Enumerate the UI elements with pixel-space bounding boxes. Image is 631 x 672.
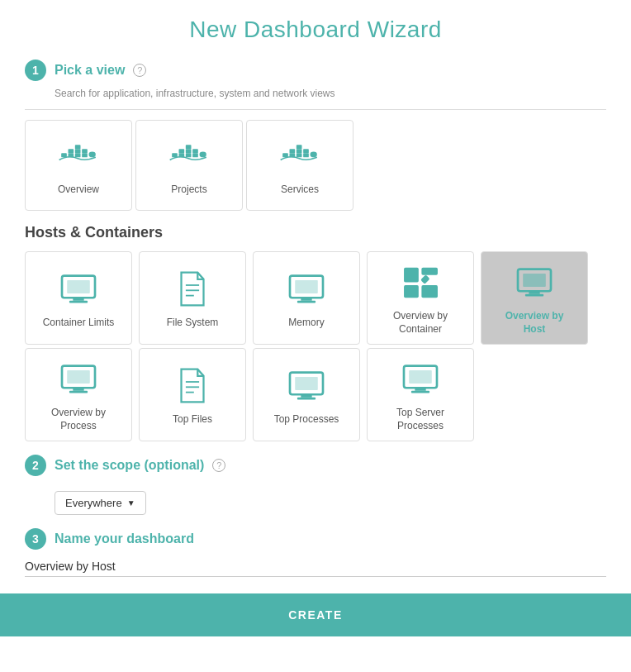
svg-rect-46 bbox=[525, 294, 543, 297]
svg-rect-30 bbox=[69, 301, 88, 303]
svg-rect-1 bbox=[69, 149, 74, 153]
svg-rect-10 bbox=[179, 149, 185, 153]
step2-help-icon[interactable]: ? bbox=[212, 459, 225, 472]
search-hint: Search for application, infrastructure, … bbox=[55, 88, 606, 99]
overview-host-icon bbox=[510, 262, 559, 303]
svg-rect-57 bbox=[297, 398, 316, 400]
svg-rect-44 bbox=[523, 274, 546, 287]
overview-process-label: Overview byProcess bbox=[51, 407, 106, 432]
svg-rect-23 bbox=[297, 153, 302, 157]
top-server-processes-card[interactable]: Top ServerProcesses bbox=[367, 348, 474, 441]
overview-container-label: Overview byContainer bbox=[393, 310, 448, 336]
svg-rect-21 bbox=[297, 145, 302, 149]
overview-host-card[interactable]: Overview byHost bbox=[481, 251, 588, 345]
svg-rect-55 bbox=[295, 377, 318, 390]
name-input-wrapper bbox=[25, 556, 606, 577]
svg-rect-39 bbox=[421, 268, 438, 275]
page-title: New Dashboard Wizard bbox=[25, 17, 606, 43]
step1-label: Pick a view bbox=[55, 63, 125, 78]
step3-label: Name your dashboard bbox=[55, 531, 194, 546]
docker-services-icon bbox=[275, 136, 325, 177]
svg-rect-59 bbox=[409, 370, 432, 384]
top-server-processes-icon bbox=[396, 359, 445, 400]
top-processes-label: Top Processes bbox=[274, 413, 339, 427]
step2-header: 2 Set the scope (optional) ? bbox=[25, 455, 606, 476]
docker-services-card[interactable]: Services bbox=[246, 120, 353, 211]
svg-rect-25 bbox=[303, 153, 309, 157]
memory-label: Memory bbox=[288, 317, 324, 330]
svg-rect-56 bbox=[301, 394, 311, 398]
top-processes-icon bbox=[282, 365, 331, 407]
top-files-icon bbox=[168, 365, 217, 407]
svg-rect-37 bbox=[297, 301, 316, 303]
top-files-label: Top Files bbox=[173, 413, 212, 427]
overview-host-label: Overview byHost bbox=[505, 310, 564, 336]
step1-help-icon[interactable]: ? bbox=[133, 64, 146, 77]
svg-rect-24 bbox=[303, 149, 309, 153]
file-system-label: File System bbox=[167, 317, 219, 330]
create-btn-wrapper: CREATE bbox=[0, 593, 631, 636]
docker-services-label: Services bbox=[281, 183, 319, 197]
container-limits-icon bbox=[54, 269, 103, 310]
svg-rect-49 bbox=[73, 388, 83, 391]
svg-rect-15 bbox=[192, 149, 198, 153]
dashboard-name-input[interactable] bbox=[25, 556, 606, 577]
svg-rect-4 bbox=[75, 149, 81, 153]
top-server-processes-label: Top ServerProcesses bbox=[396, 407, 444, 432]
svg-rect-61 bbox=[411, 391, 429, 393]
svg-rect-35 bbox=[295, 280, 318, 293]
svg-rect-19 bbox=[290, 149, 296, 153]
step3-section: 3 Name your dashboard bbox=[25, 528, 606, 577]
top-processes-card[interactable]: Top Processes bbox=[253, 348, 360, 441]
svg-rect-29 bbox=[73, 298, 83, 301]
svg-rect-16 bbox=[192, 153, 198, 157]
memory-card[interactable]: Memory bbox=[253, 251, 360, 345]
svg-rect-36 bbox=[301, 298, 311, 301]
overview-process-card[interactable]: Overview byProcess bbox=[25, 348, 132, 441]
svg-rect-3 bbox=[75, 145, 81, 149]
hosts-row1: Container Limits File System bbox=[25, 251, 606, 345]
svg-rect-28 bbox=[67, 280, 90, 293]
svg-point-8 bbox=[89, 152, 96, 158]
file-system-icon bbox=[168, 269, 217, 310]
step1-circle: 1 bbox=[25, 60, 46, 81]
scope-dropdown-arrow: ▼ bbox=[127, 498, 135, 508]
svg-rect-42 bbox=[421, 285, 438, 298]
svg-rect-60 bbox=[415, 388, 425, 391]
overview-process-icon bbox=[54, 359, 103, 400]
overview-container-card[interactable]: Overview byContainer bbox=[367, 251, 474, 345]
svg-rect-7 bbox=[82, 153, 88, 157]
create-button[interactable]: CREATE bbox=[0, 593, 631, 636]
docker-projects-card[interactable]: Projects bbox=[135, 120, 243, 211]
svg-point-26 bbox=[311, 152, 317, 158]
docker-overview-icon bbox=[54, 136, 103, 177]
scope-dropdown[interactable]: Everywhere ▼ bbox=[55, 491, 146, 515]
scope-value: Everywhere bbox=[65, 497, 122, 509]
svg-rect-22 bbox=[297, 149, 302, 153]
step3-circle: 3 bbox=[25, 528, 46, 550]
step2-circle: 2 bbox=[25, 455, 46, 476]
svg-rect-6 bbox=[82, 149, 88, 153]
step2-label: Set the scope (optional) bbox=[55, 458, 204, 473]
svg-rect-41 bbox=[404, 285, 419, 298]
svg-rect-13 bbox=[186, 149, 192, 153]
container-limits-card[interactable]: Container Limits bbox=[25, 251, 132, 345]
overview-container-icon bbox=[396, 262, 445, 303]
svg-rect-50 bbox=[69, 391, 88, 393]
docker-projects-label: Projects bbox=[171, 183, 206, 197]
docker-section: Overview Projects bbox=[25, 120, 606, 211]
docker-overview-label: Overview bbox=[58, 183, 99, 197]
container-limits-label: Container Limits bbox=[43, 317, 115, 330]
svg-point-17 bbox=[200, 152, 206, 158]
svg-rect-14 bbox=[186, 153, 192, 157]
svg-rect-12 bbox=[186, 145, 192, 149]
docker-overview-card[interactable]: Overview bbox=[25, 120, 132, 211]
file-system-card[interactable]: File System bbox=[139, 251, 246, 345]
svg-rect-38 bbox=[404, 268, 419, 283]
docker-projects-icon bbox=[164, 136, 214, 177]
step3-header: 3 Name your dashboard bbox=[25, 528, 606, 550]
hosts-containers-heading: Hosts & Containers bbox=[25, 224, 606, 241]
divider1 bbox=[25, 109, 606, 110]
svg-rect-45 bbox=[529, 291, 539, 294]
top-files-card[interactable]: Top Files bbox=[139, 348, 246, 441]
